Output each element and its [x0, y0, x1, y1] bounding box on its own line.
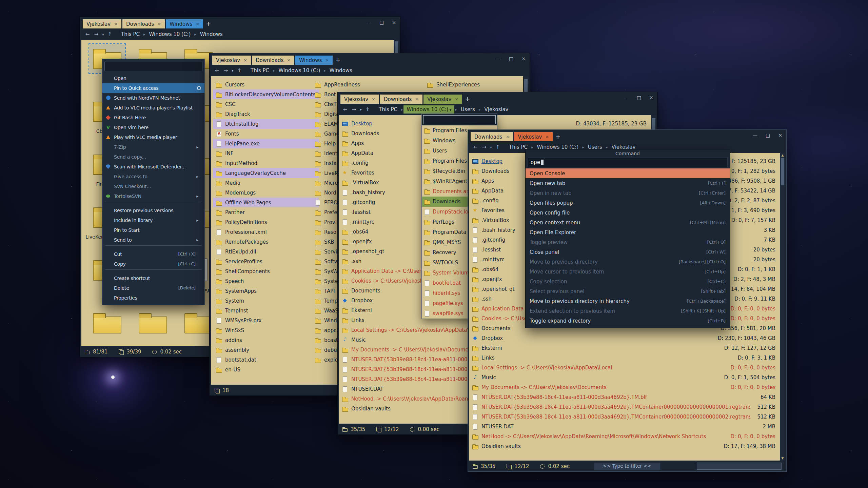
tab-close-icon[interactable]: × [196, 21, 199, 26]
maximize-button[interactable]: □ [379, 20, 384, 25]
context-menu-item[interactable]: Add to VLC media player's Playlist [102, 103, 204, 113]
new-tab-button[interactable]: + [206, 20, 211, 27]
file-row[interactable]: System [213, 296, 319, 306]
context-menu-item[interactable]: Send a copy... [102, 152, 204, 162]
file-row[interactable]: Speech [213, 276, 319, 286]
tab[interactable]: Vjekoslav× [423, 95, 462, 104]
titlebar[interactable]: Vjekoslav×Downloads×Windows× + — □ × [210, 53, 530, 65]
tab[interactable]: Downloads× [122, 19, 165, 28]
back-button[interactable]: ← [471, 144, 479, 150]
file-row[interactable]: EksterniD: 12, F: 127, 12 GB [469, 343, 778, 353]
context-menu-item[interactable]: Scan with Microsoft Defender... [102, 162, 204, 171]
command-item[interactable]: Open in new tab[Ctrl+Enter] [526, 188, 730, 198]
file-row[interactable]: Local Settings -> C:\Users\Vjekoslav\App… [469, 363, 778, 372]
scroll-down-icon[interactable]: ▼ [780, 456, 785, 460]
tab[interactable]: Downloads× [380, 95, 422, 104]
up-button[interactable]: ↑ [235, 67, 243, 74]
breadcrumb-item[interactable]: Windows [327, 66, 355, 75]
forward-button[interactable]: → [92, 31, 100, 37]
history-dropdown-icon[interactable]: ▾ [101, 33, 105, 36]
file-row[interactable]: ServiceProfiles [213, 257, 319, 266]
tab[interactable]: Windows× [166, 19, 203, 28]
file-row[interactable]: ShellComponents [213, 266, 319, 276]
tab[interactable]: Vjekoslav× [340, 95, 379, 104]
context-menu-item[interactable]: Delete[Delete] [102, 283, 204, 293]
file-row[interactable]: DiagTrack [213, 109, 319, 119]
tab[interactable]: Downloads× [471, 132, 513, 141]
type-to-filter-hint[interactable]: >> Type to filter << [594, 462, 661, 470]
file-row[interactable]: CSC [213, 99, 319, 109]
close-button[interactable]: × [521, 56, 526, 61]
context-menu-item[interactable]: TortoiseSVN▸ [102, 191, 204, 201]
back-button[interactable]: ← [341, 106, 349, 113]
command-item[interactable]: Toggle expand directory[Ctrl+B] [526, 316, 730, 326]
file-row[interactable]: Offline Web Pages [213, 198, 319, 207]
up-button[interactable]: ↑ [494, 144, 502, 150]
forward-button[interactable]: → [222, 67, 230, 74]
context-menu-item[interactable]: Pin to Quick access [102, 83, 204, 93]
command-item[interactable]: Select previous panel[Shift+Tab] [526, 286, 730, 296]
file-row[interactable]: NTUSER.DAT{53b39e88-18c4-11ea-a811-000d3… [469, 392, 778, 402]
tab[interactable]: Windows× [295, 56, 333, 65]
new-tab-button[interactable]: + [555, 133, 560, 140]
context-menu-item[interactable]: Properties [102, 293, 204, 303]
maximize-button[interactable]: □ [509, 56, 513, 61]
file-row[interactable]: AppReadiness [312, 80, 424, 89]
command-item[interactable]: Open files popup[Alt+Down] [526, 198, 730, 208]
titlebar[interactable]: Downloads×Vjekoslav× + — □ × [468, 130, 786, 141]
tab-close-icon[interactable]: × [114, 21, 118, 26]
context-menu-item[interactable]: Create shortcut [102, 273, 204, 283]
context-menu-item[interactable]: Include in library▸ [102, 215, 204, 225]
command-item[interactable]: Copy selection[Ctrl+C] [526, 277, 730, 286]
dropdown-filter-input[interactable] [423, 115, 496, 124]
command-item[interactable]: Move to previous directory[Backspace] [C… [526, 257, 730, 267]
maximize-button[interactable]: □ [766, 133, 770, 138]
context-menu-item[interactable]: 7-Zip▸ [102, 142, 204, 152]
back-button[interactable]: ← [213, 67, 221, 74]
command-item[interactable]: Move to previous directory in hierarchy[… [526, 296, 730, 306]
tab-close-icon[interactable]: × [157, 21, 161, 26]
tab[interactable]: Vjekoslav× [212, 56, 251, 65]
titlebar[interactable]: Vjekoslav×Downloads×Windows× + — □ × [80, 17, 400, 28]
file-row[interactable]: MusicD: 0, F: 1, 504 bytes [469, 372, 778, 382]
tab[interactable]: Vjekoslav× [514, 132, 553, 141]
close-button[interactable]: × [649, 95, 653, 100]
context-menu-item[interactable] [105, 202, 202, 205]
file-row[interactable]: RtlExUpd.dll [213, 247, 319, 257]
context-menu-item[interactable]: Send with NordVPN Meshnet [102, 93, 204, 103]
tab-close-icon[interactable]: × [243, 58, 247, 63]
breadcrumb-item[interactable]: Windows 10 (C:) [275, 66, 323, 75]
file-row[interactable]: Fonts [213, 129, 319, 139]
tab[interactable]: Vjekoslav× [83, 19, 121, 28]
up-button[interactable]: ↑ [106, 31, 114, 37]
titlebar[interactable]: Vjekoslav×Downloads×Vjekoslav× + — □ × [338, 92, 657, 104]
file-row[interactable]: PolicyDefinitions [213, 217, 319, 227]
new-tab-button[interactable]: + [465, 95, 470, 102]
breadcrumb-item[interactable]: Vjekoslav [481, 105, 511, 114]
context-menu-item[interactable] [105, 269, 202, 272]
history-dropdown-icon[interactable]: ▾ [359, 108, 363, 111]
context-menu-item[interactable]: Play with VLC media player [102, 132, 204, 142]
command-item[interactable]: Open Console [526, 168, 730, 178]
context-menu-filter-input[interactable] [104, 62, 202, 71]
maximize-button[interactable]: □ [637, 95, 641, 100]
file-row[interactable]: LanguageOverlayCache [213, 168, 319, 178]
command-item[interactable]: Extend selection to previous item[Shift+… [526, 306, 730, 316]
context-menu-item[interactable]: Restore previous versions [102, 205, 204, 215]
back-button[interactable]: ← [83, 31, 92, 37]
file-row[interactable]: DropboxD: 230, F: 1043, 46 GB [469, 333, 778, 343]
minimize-button[interactable]: — [624, 95, 629, 100]
history-dropdown-icon[interactable]: ▾ [489, 145, 493, 149]
breadcrumb-item[interactable]: This PC [248, 66, 272, 75]
file-row[interactable]: HelpPane.exe [213, 139, 319, 148]
file-row[interactable]: Cursors [213, 80, 319, 89]
file-row[interactable]: en-US [213, 365, 319, 374]
tab-close-icon[interactable]: × [415, 97, 419, 102]
command-item[interactable]: Move cursor to previous item[Ctrl+Up] [526, 267, 730, 277]
command-item[interactable]: Open new tab[Ctrl+T] [526, 178, 730, 188]
file-row[interactable]: My Documents -> C:\Users\Vjekoslav\Docum… [469, 382, 778, 392]
context-menu-item[interactable]: Pin to Start [102, 225, 204, 235]
breadcrumb-item[interactable]: Users [458, 105, 478, 114]
vertical-scrollbar[interactable]: ▲ ▼ [780, 153, 785, 461]
tab-close-icon[interactable]: × [506, 134, 509, 139]
